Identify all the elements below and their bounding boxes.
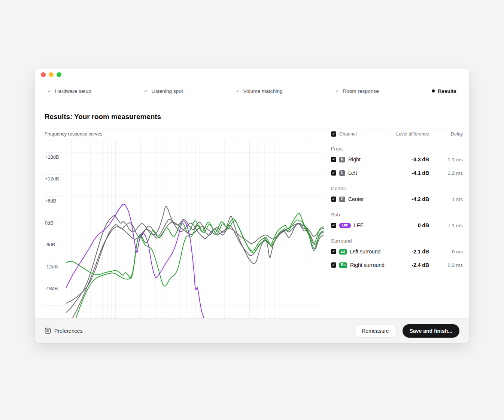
- channel-badge-l: L: [339, 170, 345, 176]
- stepper-item-label: Room response: [343, 88, 379, 94]
- check-icon: ✓: [335, 89, 339, 94]
- save-and-finish-button[interactable]: Save and finish...: [403, 324, 459, 338]
- channel-badge-rs: Rs: [339, 262, 347, 268]
- channel-checkbox[interactable]: ✓: [331, 249, 336, 254]
- stepper-connector: [386, 91, 425, 91]
- column-header-delay: Delay: [432, 131, 463, 137]
- channel-checkbox[interactable]: ✓: [331, 197, 336, 202]
- channel-badge-ls: Ls: [339, 249, 347, 255]
- stepper-item-label: Volume matching: [243, 88, 283, 94]
- channel-checkbox[interactable]: ✓: [331, 262, 336, 268]
- channel-table-panel: ✓ Channel Level difference Delay Front ✓…: [324, 128, 469, 318]
- stepper-item-label: Results: [438, 88, 456, 94]
- traffic-lights: [41, 72, 61, 77]
- channel-level-difference: -3.3 dB: [392, 156, 429, 162]
- stepper-connector: [98, 91, 137, 91]
- stepper-item-results[interactable]: Results: [432, 88, 456, 94]
- channel-checkbox[interactable]: ✓: [331, 223, 336, 228]
- curve-left: [73, 222, 324, 318]
- main-content: Frequency response curves +18dB+12dB+6dB…: [35, 128, 469, 318]
- db-axis-label: +6dB: [45, 198, 57, 204]
- channel-name: LFE: [354, 222, 389, 228]
- db-axis-label: -6dB: [45, 242, 55, 247]
- channel-name: Right surround: [350, 262, 389, 268]
- channel-delay: 1 ms: [432, 197, 463, 202]
- stepper-item-label: Listening spot: [151, 88, 183, 94]
- stepper-item-label: Hardware setup: [55, 88, 91, 94]
- channel-group-label: Front: [331, 146, 463, 153]
- column-header-channel: Channel: [339, 131, 389, 137]
- remeasure-button[interactable]: Remeasure: [354, 324, 396, 338]
- channel-row-left: ✓ L Left -4.1 dB 1.2 ms: [331, 166, 463, 180]
- channel-badge-lfe: LFE: [339, 223, 351, 228]
- close-window-button[interactable]: [41, 72, 46, 77]
- channel-delay: 0.2 ms: [432, 262, 463, 268]
- db-axis-label: +12dB: [45, 176, 59, 182]
- preferences-button[interactable]: Preferences: [45, 328, 82, 334]
- channel-delay: 7.1 ms: [432, 223, 463, 228]
- channel-level-difference: -4.1 dB: [392, 170, 429, 176]
- app-window: ✓Hardware setup✓Listening spot✓Volume ma…: [35, 69, 469, 343]
- channel-badge-c: C: [339, 197, 345, 202]
- wizard-stepper: ✓Hardware setup✓Listening spot✓Volume ma…: [35, 88, 469, 94]
- frequency-response-chart: +18dB+12dB+6dB0dB-6dB-12dB-18dB: [35, 140, 324, 318]
- channel-row-right-surround: ✓ Rs Right surround -2.4 dB 0.2 ms: [331, 258, 463, 272]
- channel-delay: 1.1 ms: [432, 157, 463, 162]
- channel-level-difference: 0 dB: [392, 222, 429, 228]
- check-icon: ✓: [236, 89, 240, 94]
- channel-table-header: ✓ Channel Level difference Delay: [324, 128, 469, 140]
- stepper-connector: [190, 91, 229, 91]
- channel-level-difference: -4.2 dB: [392, 196, 429, 202]
- channel-name: Right: [348, 156, 389, 162]
- channel-group-label: Center: [331, 186, 463, 192]
- stepper-item-room-response[interactable]: ✓Room response: [335, 88, 379, 94]
- preferences-label: Preferences: [54, 328, 82, 334]
- db-axis-label: -12dB: [45, 264, 58, 270]
- channel-name: Left: [348, 170, 389, 176]
- check-icon: ✓: [48, 89, 52, 94]
- current-step-dot-icon: [432, 89, 435, 92]
- channel-badge-r: R: [339, 157, 345, 162]
- db-axis-label: 0dB: [45, 220, 54, 226]
- db-axis-label: -18dB: [45, 286, 58, 291]
- channel-delay: 0 ms: [432, 249, 463, 255]
- minimize-window-button[interactable]: [49, 72, 54, 77]
- channel-level-difference: -2.1 dB: [392, 249, 429, 255]
- check-icon: ✓: [144, 89, 148, 94]
- stepper-connector: [289, 91, 329, 91]
- chart-panel-title: Frequency response curves: [45, 131, 102, 137]
- channel-row-left-surround: ✓ Ls Left surround -2.1 dB 0 ms: [331, 245, 463, 258]
- column-header-level-difference: Level difference: [392, 131, 429, 137]
- channel-checkbox[interactable]: ✓: [331, 157, 336, 162]
- db-axis-label: +18dB: [45, 154, 59, 160]
- channel-group-label: Surround: [331, 238, 463, 245]
- select-all-checkbox[interactable]: ✓: [331, 131, 336, 137]
- stepper-item-volume-matching[interactable]: ✓Volume matching: [236, 88, 283, 94]
- channel-group-label: Sub: [331, 212, 463, 219]
- chart-body: +18dB+12dB+6dB0dB-6dB-12dB-18dB: [35, 140, 324, 318]
- channel-checkbox[interactable]: ✓: [331, 170, 336, 176]
- frequency-response-panel: Frequency response curves +18dB+12dB+6dB…: [35, 128, 324, 318]
- stepper-item-hardware-setup[interactable]: ✓Hardware setup: [48, 88, 91, 94]
- channel-row-right: ✓ R Right -3.3 dB 1.1 ms: [331, 153, 463, 166]
- channel-delay: 1.2 ms: [432, 170, 463, 176]
- stepper-item-listening-spot[interactable]: ✓Listening spot: [144, 88, 183, 94]
- page-title: Results: Your room measurements: [45, 113, 469, 121]
- zoom-window-button[interactable]: [57, 72, 61, 77]
- channel-name: Center: [348, 196, 389, 202]
- channel-row-lfe: ✓ LFE LFE 0 dB 7.1 ms: [331, 219, 463, 232]
- curve-lfe: [66, 204, 205, 318]
- window-titlebar: [35, 69, 469, 81]
- chart-panel-header: Frequency response curves: [35, 128, 324, 140]
- curve-left-surround: [66, 213, 324, 279]
- channel-name: Left surround: [350, 249, 389, 255]
- preferences-list-icon: [45, 328, 51, 334]
- channel-list: Front ✓ R Right -3.3 dB 1.1 ms ✓ L Left …: [324, 140, 469, 272]
- channel-row-center: ✓ C Center -4.2 dB 1 ms: [331, 192, 463, 206]
- channel-level-difference: -2.4 dB: [392, 262, 429, 268]
- footer-bar: Preferences Remeasure Save and finish...: [35, 318, 469, 343]
- curve-right: [66, 206, 324, 313]
